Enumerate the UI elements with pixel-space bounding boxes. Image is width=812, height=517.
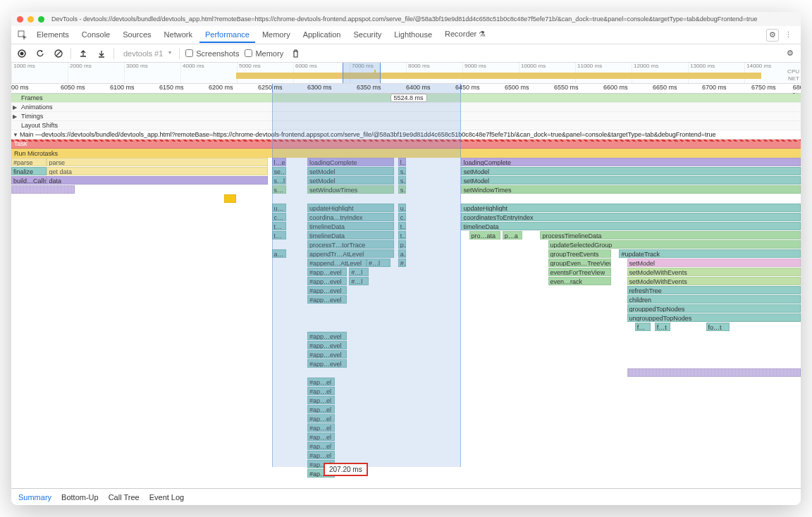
- flame-bar[interactable]: u…: [398, 204, 406, 212]
- flame-bar[interactable]: c…: [398, 213, 406, 221]
- overview-selection[interactable]: [343, 63, 381, 83]
- section-timings[interactable]: ▶Timings: [11, 112, 801, 121]
- btab-bottom-up[interactable]: Bottom-Up: [61, 493, 99, 502]
- record-icon[interactable]: [16, 47, 28, 60]
- flame-bar[interactable]: parse: [47, 158, 268, 166]
- tab-console[interactable]: Console: [76, 27, 116, 43]
- flame-bar[interactable]: updateHighlight: [307, 204, 394, 212]
- flame-bar[interactable]: #app…evel: [307, 341, 347, 349]
- btab-event-log[interactable]: Event Log: [149, 493, 185, 502]
- btab-summary[interactable]: Summary: [18, 493, 51, 502]
- flame-bar[interactable]: get data: [47, 167, 268, 175]
- flame-bar[interactable]: fo…t: [706, 323, 730, 331]
- flame-bar[interactable]: #app…evel: [307, 350, 347, 359]
- flame-bar[interactable]: pro…ata: [469, 231, 501, 239]
- flame-bar[interactable]: setWindowTimes: [461, 185, 801, 194]
- flame-bar[interactable]: a…: [272, 249, 286, 258]
- track-microtasks[interactable]: Run Microtasks: [11, 149, 801, 158]
- flame-bar[interactable]: l…: [398, 158, 406, 166]
- flame-bar[interactable]: #ap…el: [307, 451, 335, 459]
- flame-bar[interactable]: setModelWithEvents: [627, 268, 801, 276]
- flame-bar[interactable]: setModelWithEvents: [627, 277, 801, 285]
- flame-bar[interactable]: #…: [398, 258, 406, 267]
- flame-bar[interactable]: l…e: [272, 158, 286, 166]
- close-icon[interactable]: [17, 16, 23, 23]
- flame-bar[interactable]: #ap…el: [307, 442, 335, 450]
- flame-bar[interactable]: setWindowTimes: [307, 185, 394, 194]
- flame-bar[interactable]: #ap…el: [307, 414, 335, 423]
- flame-bar[interactable]: setModel: [461, 167, 801, 175]
- download-icon[interactable]: [95, 47, 108, 60]
- flame-bar[interactable]: loadingComplete: [307, 158, 394, 166]
- flame-bar[interactable]: #app…evel: [307, 268, 347, 276]
- flame-bar[interactable]: t…: [398, 231, 406, 239]
- flame-bar[interactable]: s…: [398, 167, 406, 175]
- flame-bar[interactable]: #updateTrack: [619, 249, 801, 258]
- timeline-overview[interactable]: 1000 ms2000 ms3000 ms4000 ms5000 ms6000 …: [11, 63, 801, 84]
- flame-bar[interactable]: #app…evel: [307, 359, 347, 368]
- flame-bar[interactable]: groupTreeEvents: [548, 249, 612, 258]
- context-select[interactable]: devtools #1: [120, 48, 173, 59]
- flame-bar[interactable]: t…: [398, 222, 406, 230]
- flame-bar[interactable]: build…Calls: [11, 176, 47, 185]
- flame-bar[interactable]: updateSelectedGroup: [548, 240, 801, 249]
- flame-bar[interactable]: t…: [272, 231, 286, 239]
- flame-bar[interactable]: children: [627, 295, 801, 304]
- maximize-icon[interactable]: [38, 16, 44, 23]
- time-ruler[interactable]: 00 ms6050 ms6100 ms6150 ms6200 ms6250 ms…: [11, 84, 801, 94]
- flame-bar[interactable]: #ap…el: [307, 423, 335, 432]
- flame-bar[interactable]: coordinatesToEntryIndex: [461, 213, 801, 221]
- more-icon[interactable]: ⋮: [780, 30, 796, 39]
- flame-bar[interactable]: processTimelineData: [540, 231, 801, 239]
- flame-bar[interactable]: #ap…el: [307, 432, 335, 441]
- flame-bar[interactable]: #…l: [349, 268, 369, 276]
- flame-bar[interactable]: p…: [398, 240, 406, 249]
- flame-bar[interactable]: s…: [398, 176, 406, 185]
- flame-bar[interactable]: #parse: [11, 158, 47, 166]
- flame-bar[interactable]: #ap…el: [307, 378, 335, 386]
- flame-bar[interactable]: grouppedTopNodes: [627, 304, 801, 313]
- btab-call-tree[interactable]: Call Tree: [109, 493, 140, 502]
- flame-bar[interactable]: a…: [398, 249, 406, 258]
- upload-icon[interactable]: [77, 47, 90, 60]
- tab-application[interactable]: Application: [297, 27, 347, 43]
- flame-bar[interactable]: coordina…tryIndex: [307, 213, 394, 221]
- reload-icon[interactable]: [34, 47, 47, 60]
- section-layout-shifts[interactable]: Layout Shifts: [11, 121, 801, 130]
- flame-bar[interactable]: timelineData: [461, 222, 801, 230]
- section-main[interactable]: ▼Main — devtools://devtools/bundled/devt…: [11, 130, 801, 139]
- flame-bar[interactable]: c…: [272, 213, 286, 221]
- flame-chart[interactable]: Frames 5524.8 ms ▶Animations ▶Timings La…: [11, 94, 801, 488]
- flame-bar[interactable]: s…l: [272, 176, 286, 185]
- flame-bar[interactable]: s…: [398, 185, 406, 194]
- flame-bar[interactable]: timelineData: [307, 222, 394, 230]
- flame-bar[interactable]: refreshTree: [627, 286, 801, 294]
- flame-bar[interactable]: eventsForTreeView: [548, 268, 612, 276]
- flame-bar[interactable]: f…: [635, 323, 651, 331]
- tab-sources[interactable]: Sources: [117, 27, 156, 43]
- flame-bar[interactable]: #append…AtLevel: [307, 258, 367, 267]
- screenshots-checkbox[interactable]: Screenshots: [185, 49, 239, 58]
- flame-bar[interactable]: se…l: [272, 167, 286, 175]
- gear-icon[interactable]: ⚙: [766, 29, 779, 42]
- tab-recorder[interactable]: Recorder ⚗: [439, 27, 491, 43]
- tab-performance[interactable]: Performance: [199, 27, 255, 43]
- flame-bar[interactable]: #app…evel: [307, 332, 347, 340]
- flame-bar[interactable]: p…a: [503, 231, 522, 239]
- flame-bar[interactable]: #app…evel: [307, 277, 347, 285]
- flame-bar[interactable]: data: [47, 176, 268, 185]
- trash-icon[interactable]: [289, 47, 302, 60]
- flame-bar[interactable]: #…l: [367, 258, 390, 267]
- memory-checkbox[interactable]: Memory: [245, 49, 283, 58]
- track-task[interactable]: Task: [11, 139, 801, 149]
- flame-bar[interactable]: groupEven…TreeView: [548, 258, 612, 267]
- flame-bar[interactable]: [627, 368, 801, 377]
- section-frames[interactable]: Frames 5524.8 ms: [11, 94, 801, 103]
- flame-bar[interactable]: even…rack: [548, 277, 612, 285]
- settings-icon[interactable]: ⚙: [784, 47, 796, 60]
- flame-bar[interactable]: [11, 185, 75, 194]
- inspect-icon[interactable]: [16, 28, 30, 42]
- flame-bar[interactable]: #ap…el: [307, 396, 335, 404]
- section-animations[interactable]: ▶Animations: [11, 103, 801, 112]
- tab-security[interactable]: Security: [347, 27, 387, 43]
